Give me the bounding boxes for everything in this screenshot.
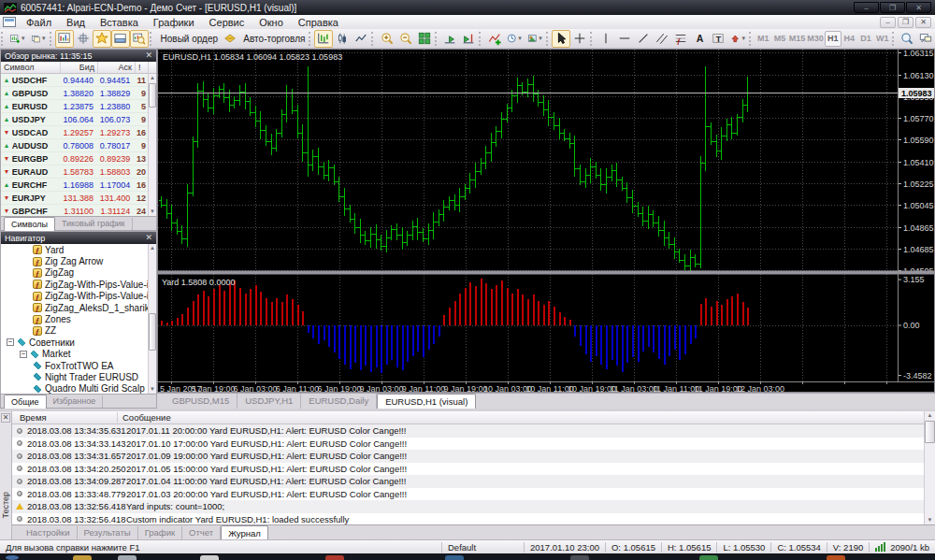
candlestick-button[interactable] <box>333 30 352 48</box>
journal-row[interactable]: 2018.03.08 13:32:56.418Yard inputs: coun… <box>12 500 924 513</box>
nav-item-zigzag[interactable]: ZigZag <box>1 267 148 279</box>
tab-Избранное[interactable]: Избранное <box>47 395 104 408</box>
nav-item-yard[interactable]: Yard <box>1 244 148 255</box>
tester-tab-Журнал[interactable]: Журнал <box>221 525 268 540</box>
bar-chart-button[interactable] <box>314 30 333 48</box>
tester-tab-Отчет[interactable]: Отчет <box>182 526 221 539</box>
line-chart-button[interactable] <box>352 30 370 48</box>
tile-windows-button[interactable] <box>415 30 434 48</box>
minimize-button[interactable]: – <box>854 2 879 13</box>
indicators-button[interactable] <box>485 30 504 48</box>
journal-row[interactable]: 2018.03.08 13:34:31.6572017.01.09 19:00:… <box>12 450 924 463</box>
column-ask[interactable]: Аск <box>98 62 136 73</box>
chart-window-icon[interactable] <box>3 17 16 27</box>
chart-shift-toggle[interactable] <box>459 30 478 48</box>
market-watch-row-USDCHF[interactable]: ▲USDCHF0.944400.9445111 <box>1 74 148 87</box>
nav-item-market[interactable]: −Market <box>1 349 148 360</box>
chart-tab-GBPUSD,M15[interactable]: GBPUSD,M15 <box>165 394 237 409</box>
taskbar-app-icon[interactable] <box>570 555 589 560</box>
navigator-scrollbar[interactable]: ▲ ▼ <box>148 244 156 394</box>
taskbar-app-icon[interactable] <box>699 555 718 560</box>
menu-item-Сервис[interactable]: Сервис <box>202 15 252 29</box>
nav-item-night-trader-eurusd[interactable]: Night Trader EURUSD <box>1 371 148 382</box>
nav-item-zigzag_aleksd_1_sharik_11[interactable]: ZigZag_AleksD_1_sharik_11 <box>1 302 148 313</box>
period-button-H1[interactable]: H1 <box>825 31 842 47</box>
profiles-button[interactable]: ▾ <box>28 30 49 48</box>
market-watch-row-GBPUSD[interactable]: ▲GBPUSD1.388201.388299 <box>1 87 148 100</box>
journal-row[interactable]: 2018.03.08 13:34:35.6312017.01.11 20:00:… <box>12 424 924 438</box>
tester-tab-Результаты[interactable]: Результаты <box>78 526 138 539</box>
market-watch-row-USDCAD[interactable]: ▼USDCAD1.292571.2927316 <box>1 126 148 139</box>
nav-item-zig-zag-arrow[interactable]: Zig Zag Arrow <box>1 255 148 266</box>
market-watch-row-GBPCHF[interactable]: ▼GBPCHF1.311001.3112424 <box>1 205 148 216</box>
nav-item-quadro-multi-grid-scalp[interactable]: Quadro Multi Grid Scalp <box>1 383 148 394</box>
auto-scroll-toggle[interactable] <box>440 30 459 48</box>
mdi-restore-button[interactable]: ❐ <box>898 17 913 28</box>
mdi-minimize-button[interactable]: – <box>880 17 896 28</box>
periods-dropdown[interactable]: ▾ <box>504 30 525 48</box>
market-watch-scrollbar[interactable]: ▲ ▼ <box>148 74 156 216</box>
trendline-tool[interactable] <box>634 30 653 48</box>
period-button-W1[interactable]: W1 <box>874 31 891 47</box>
tab-Тиковый график[interactable]: Тиковый график <box>55 218 133 230</box>
column-message[interactable]: Сообщение <box>122 412 171 423</box>
mdi-close-button[interactable]: ✕ <box>915 17 931 28</box>
metaeditor-button[interactable] <box>221 30 239 48</box>
close-button[interactable]: ✕ <box>906 2 931 13</box>
nav-item-zigzag-with-pips-value-inc[interactable]: ZigZag-With-Pips-Value-inc <box>1 279 148 290</box>
taskbar-app-icon[interactable] <box>325 555 344 560</box>
journal-row[interactable]: 2018.03.08 13:33:48.7792017.01.03 20:00:… <box>12 488 924 501</box>
column-time[interactable]: Время <box>20 412 47 423</box>
windows-taskbar[interactable] <box>0 553 935 560</box>
taskbar-app-icon[interactable] <box>73 555 92 560</box>
status-profile[interactable]: Default <box>441 542 524 553</box>
journal-row[interactable]: 2018.03.08 13:32:56.418Custom indicator … <box>12 513 924 525</box>
column-bid[interactable]: Бид <box>61 62 98 73</box>
text-label-tool[interactable]: T <box>709 30 727 48</box>
horizontal-line-tool[interactable] <box>615 30 634 48</box>
market-watch-row-USDJPY[interactable]: ▲USDJPY106.064106.0739 <box>1 113 148 126</box>
new-chart-button[interactable]: ▾ <box>7 30 28 48</box>
navigator-header[interactable]: Навигатор ✕ <box>1 232 156 244</box>
market-watch-toggle[interactable] <box>55 30 74 48</box>
nav-item-zigzag-with-pips-value-inc[interactable]: ZigZag-With-Pips-Value-inc <box>1 291 148 302</box>
market-watch-header[interactable]: Обзор рынка: 11:35:15 ✕ <box>1 50 156 62</box>
chart-canvas[interactable]: 1.063151.061301.059501.057701.055901.054… <box>158 50 934 392</box>
menu-item-Окно[interactable]: Окно <box>252 15 291 29</box>
tab-Символы[interactable]: Символы <box>4 217 55 231</box>
tab-Общие[interactable]: Общие <box>4 395 47 409</box>
crosshair-tool[interactable] <box>570 30 589 48</box>
arrows-tool[interactable]: ▾ <box>727 30 748 48</box>
search-button[interactable] <box>898 30 916 48</box>
market-watch-row-EURGBP[interactable]: ▼EURGBP0.892260.8923913 <box>1 152 148 165</box>
period-button-D1[interactable]: D1 <box>857 31 874 47</box>
menu-item-Графики[interactable]: Графики <box>146 15 202 29</box>
autotrade-button[interactable]: Авто-торговля <box>239 30 308 48</box>
taskbar-app-icon[interactable] <box>118 555 137 560</box>
close-icon[interactable]: ✕ <box>1 413 10 423</box>
close-icon[interactable]: ✕ <box>145 51 152 60</box>
period-button-M15[interactable]: M15 <box>788 31 807 47</box>
nav-item-zones[interactable]: Zones <box>1 313 148 324</box>
chart-area[interactable]: 1.063151.061301.059501.057701.055901.054… <box>157 49 935 393</box>
maximize-button[interactable]: ❐ <box>880 2 905 13</box>
text-tool[interactable]: A <box>690 30 709 48</box>
chart-tab-EURUSD,Daily[interactable]: EURUSD,Daily <box>301 394 377 409</box>
journal-row[interactable]: 2018.03.08 13:34:09.2872017.01.04 11:00:… <box>12 475 924 488</box>
vertical-line-tool[interactable] <box>597 30 615 48</box>
market-watch-row-EURAUD[interactable]: ▼EURAUD1.587831.5880320 <box>1 165 148 179</box>
journal-row[interactable]: 2018.03.08 13:34:20.2502017.01.05 15:00:… <box>12 463 924 476</box>
nav-item-foxtrottwo-ea[interactable]: FoxTrotTWO EA <box>1 360 148 371</box>
navigator-toggle[interactable] <box>93 30 111 48</box>
fibonacci-tool[interactable]: ƒ <box>671 30 690 48</box>
column-spread[interactable]: ! <box>136 62 149 73</box>
chart-tab-EURUSD,H1 (visual)[interactable]: EURUSD,H1 (visual) <box>377 394 476 409</box>
nav-item-советники[interactable]: −Советники <box>1 337 148 348</box>
tester-tab-Настройки[interactable]: Настройки <box>20 526 78 539</box>
market-watch-row-EURCHF[interactable]: ▲EURCHF1.169881.1700416 <box>1 179 148 192</box>
tester-tab-График[interactable]: График <box>138 526 182 539</box>
period-button-M5[interactable]: M5 <box>771 31 788 47</box>
journal-row[interactable]: 2018.03.08 13:34:33.1432017.01.10 17:00:… <box>12 438 924 451</box>
taskbar-app-icon[interactable] <box>445 555 464 560</box>
market-watch-row-EURJPY[interactable]: ▼EURJPY131.388131.40012 <box>1 192 148 205</box>
